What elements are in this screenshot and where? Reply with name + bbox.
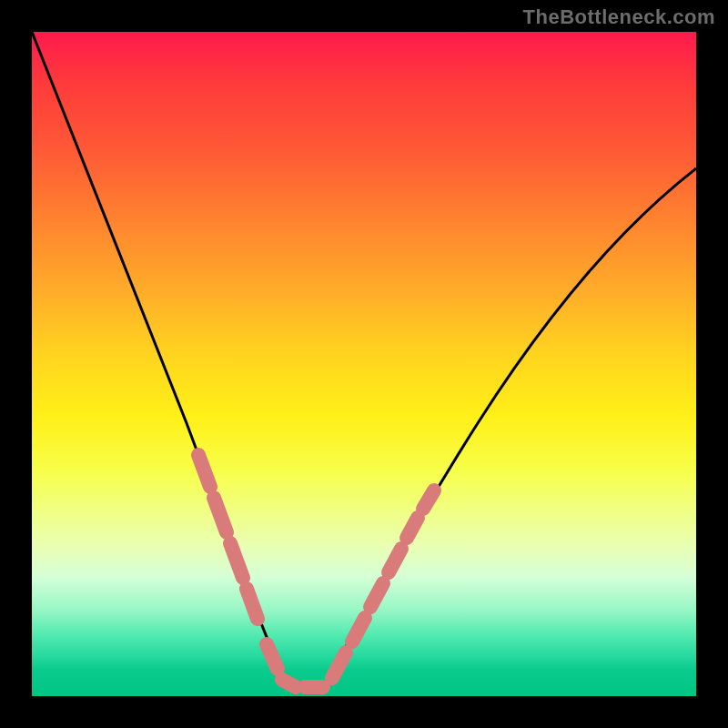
watermark-text: TheBottleneck.com [523, 5, 715, 29]
plot-area [32, 32, 696, 696]
chart-container: TheBottleneck.com [0, 0, 728, 728]
